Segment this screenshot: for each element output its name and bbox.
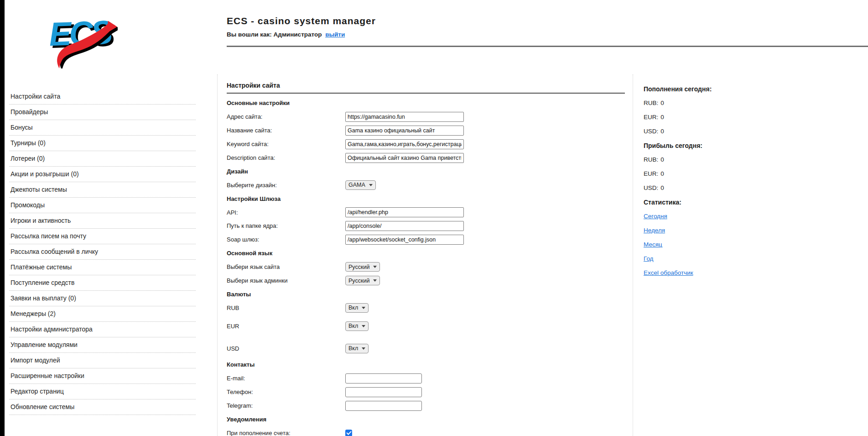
sidebar-item-pm-broadcast[interactable]: Рассылка сообщений в личку xyxy=(9,244,196,260)
header-divider xyxy=(227,46,868,47)
site-description-input[interactable] xyxy=(345,153,464,163)
selected-value: Вкл xyxy=(348,345,358,352)
section-title: Контакты xyxy=(227,361,255,368)
sidebar-item-site-settings[interactable]: Настройки сайта xyxy=(9,89,196,105)
stats-link-row: Месяц xyxy=(644,237,844,252)
currency-label: EUR: xyxy=(644,170,658,177)
login-prefix: Вы вошли как: xyxy=(227,31,272,38)
site-language-select[interactable]: Русский xyxy=(345,262,380,272)
section-basic: Основные настройки xyxy=(227,96,625,110)
field-label-deposit-notify: При пополнение счета: xyxy=(227,430,345,436)
sidebar-item-advanced-settings[interactable]: Расширенные настройки xyxy=(9,368,196,384)
currency-label: RUB: xyxy=(644,156,658,163)
field-label-site-keywords: Keyword сайта: xyxy=(227,141,345,147)
field-label-phone: Телефон: xyxy=(227,389,345,395)
eur-select[interactable]: Вкл xyxy=(345,321,369,331)
sidebar-item-page-editor[interactable]: Редактор страниц xyxy=(9,384,196,399)
stats-link-2[interactable]: Месяц xyxy=(644,241,662,248)
sidebar-menu: Настройки сайтаПровайдерыБонусыТурниры (… xyxy=(9,89,196,415)
field-label-telegram: Telegram: xyxy=(227,402,345,409)
stats-link-row: Excel обработчик xyxy=(644,266,844,280)
sidebar-item-payment-systems[interactable]: Платёжные системы xyxy=(9,260,196,275)
sidebar-item-module-import[interactable]: Импорт модулей xyxy=(9,353,196,368)
title-divider xyxy=(227,93,625,94)
form-row-api: API: xyxy=(227,205,625,219)
form-row-eur: EURВкл xyxy=(227,319,625,333)
left-edge-bar xyxy=(0,0,5,436)
telegram-input[interactable] xyxy=(345,401,422,411)
currency-label: USD: xyxy=(644,184,658,191)
field-label-email: E-mail: xyxy=(227,375,345,382)
sidebar-item-promocodes[interactable]: Промокоды xyxy=(9,198,196,213)
section-contacts: Контакты xyxy=(227,358,625,372)
design-select-select[interactable]: GAMA xyxy=(345,180,376,190)
chevron-down-icon xyxy=(373,279,377,282)
site-keywords-input[interactable] xyxy=(345,139,464,149)
site-name-input[interactable] xyxy=(345,126,464,136)
form-row-site-name: Название сайта: xyxy=(227,124,625,137)
sidebar-item-providers[interactable]: Провайдеры xyxy=(9,105,196,120)
statistics-title: Статистика: xyxy=(644,195,844,209)
section-design: Дизайн xyxy=(227,164,625,178)
section-title: Уведомления xyxy=(227,416,266,423)
api-input[interactable] xyxy=(345,207,464,217)
sidebar-item-module-management[interactable]: Управление модулями xyxy=(9,337,196,353)
stats-link-1[interactable]: Неделя xyxy=(644,227,665,234)
section-language: Основной язык xyxy=(227,247,625,260)
field-label-rub: RUB xyxy=(227,305,345,311)
stats-panel: Пополнения сегодня: RUB:0EUR:0USD:0 Приб… xyxy=(644,82,844,280)
login-status: Вы вошли как: Администратор выйти xyxy=(227,31,376,38)
core-path-input[interactable] xyxy=(345,221,464,231)
form-row-email: E-mail: xyxy=(227,372,625,385)
sidebar-item-promotions[interactable]: Акции и розыгрыши (0) xyxy=(9,167,196,182)
selected-value: Вкл xyxy=(348,323,358,329)
admin-language-select[interactable]: Русский xyxy=(345,276,380,285)
deposits-today-title: Пополнения сегодня: xyxy=(644,82,844,96)
deposits-today-list: RUB:0EUR:0USD:0 xyxy=(644,96,844,138)
stats-link-4[interactable]: Excel обработчик xyxy=(644,269,693,276)
phone-input[interactable] xyxy=(345,387,422,397)
sidebar-item-bonuses[interactable]: Бонусы xyxy=(9,120,196,136)
sidebar-item-mail-broadcast[interactable]: Рассылка писем на почту xyxy=(9,229,196,244)
sidebar-item-jackpots[interactable]: Джекпоты системы xyxy=(9,182,196,198)
field-label-eur: EUR xyxy=(227,323,345,330)
deposit-notify-checkbox[interactable] xyxy=(345,430,352,436)
stats-link-0[interactable]: Сегодня xyxy=(644,213,667,220)
sidebar-main-divider xyxy=(217,74,218,436)
sidebar-item-tournaments[interactable]: Турниры (0) xyxy=(9,136,196,151)
sidebar-item-lotteries[interactable]: Лотереи (0) xyxy=(9,151,196,167)
sidebar-item-payout-requests[interactable]: Заявки на выплату (0) xyxy=(9,291,196,306)
usd-select[interactable]: Вкл xyxy=(345,344,369,353)
sidebar-item-admin-settings[interactable]: Настройки администратора xyxy=(9,322,196,337)
form-row-admin-language: Выбери язык админкиРусский xyxy=(227,274,625,288)
soap-input[interactable] xyxy=(345,235,464,245)
sidebar-item-system-update[interactable]: Обновление системы xyxy=(9,399,196,415)
form-row-usd: USDВкл xyxy=(227,341,625,355)
section-title: Дизайн xyxy=(227,168,248,175)
field-label-design-select: Выберите дизайн: xyxy=(227,182,345,189)
field-label-site-language: Выбери язык сайта xyxy=(227,263,345,270)
settings-form: Основные настройкиАдрес сайта:Название с… xyxy=(227,96,625,436)
form-row-phone: Телефон: xyxy=(227,385,625,399)
stats-link-row: Неделя xyxy=(644,223,844,237)
stats-link-3[interactable]: Год xyxy=(644,255,654,262)
currency-label: EUR: xyxy=(644,114,658,121)
sidebar-item-players-activity[interactable]: Игроки и активность xyxy=(9,213,196,229)
sidebar-item-managers[interactable]: Менеджеры (2) xyxy=(9,306,196,322)
field-label-admin-language: Выбери язык админки xyxy=(227,277,345,284)
section-gateway: Настройки Шлюза xyxy=(227,192,625,205)
statistics-links: СегодняНеделяМесяцГодExcel обработчик xyxy=(644,209,844,280)
field-label-site-name: Название сайта: xyxy=(227,127,345,134)
currency-label: RUB: xyxy=(644,100,658,106)
form-row-site-keywords: Keyword сайта: xyxy=(227,137,625,151)
selected-value: GAMA xyxy=(348,182,365,188)
logout-link[interactable]: выйти xyxy=(325,31,345,38)
rub-select[interactable]: Вкл xyxy=(345,303,369,313)
main-right-divider xyxy=(633,74,633,436)
email-input[interactable] xyxy=(345,373,422,383)
section-title: Основной язык xyxy=(227,250,272,257)
site-address-input[interactable] xyxy=(345,112,464,122)
currency-value: 0 xyxy=(660,184,664,191)
sidebar-item-incoming-funds[interactable]: Поступление средств xyxy=(9,275,196,291)
form-row-rub: RUBВкл xyxy=(227,301,625,315)
